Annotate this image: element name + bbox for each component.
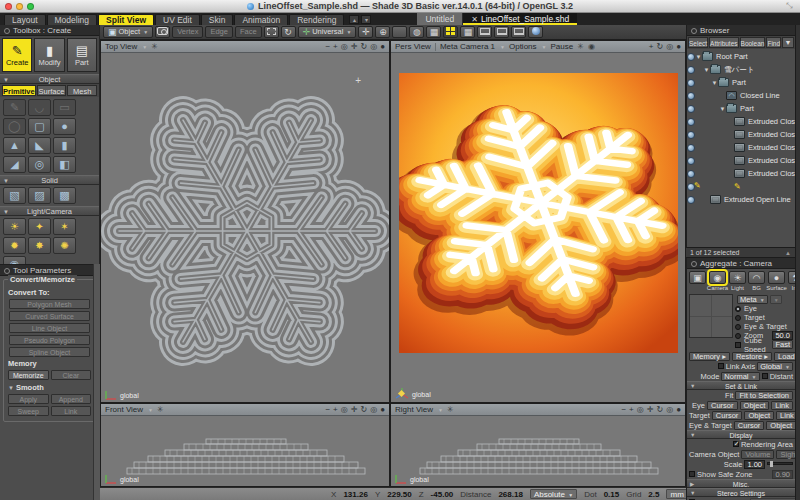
- target-radio-row[interactable]: Target: [735, 313, 793, 322]
- orbit-icon[interactable]: ↻: [656, 41, 663, 53]
- orbit-icon[interactable]: ↻: [360, 404, 367, 416]
- orbit-icon[interactable]: ↻: [656, 404, 663, 416]
- tree-row[interactable]: Extruded Closed: [695, 154, 795, 167]
- memory-button[interactable]: Memory ▸: [689, 352, 730, 361]
- visibility-toggle[interactable]: [687, 118, 695, 126]
- cube-speed-row[interactable]: Cube SpeedFast: [735, 340, 793, 349]
- light-camera-section-header[interactable]: ▼Light/Camera: [0, 206, 99, 216]
- magnifier-icon[interactable]: ◎: [370, 41, 377, 53]
- zoom-out-icon[interactable]: −: [325, 404, 330, 416]
- tab-untitled[interactable]: Untitled: [417, 13, 463, 25]
- browser-tab-attributes[interactable]: Attributes: [709, 37, 738, 48]
- preview-render-icon[interactable]: [528, 26, 543, 38]
- tab-info[interactable]: ⚒Info: [788, 271, 795, 291]
- convert-to-polygon-mesh-button[interactable]: Polygon Mesh: [9, 299, 89, 309]
- close-tab-icon[interactable]: ✕: [471, 15, 478, 24]
- tree-row[interactable]: ▼雪パート: [695, 63, 795, 76]
- part-mode-button[interactable]: ▤Part: [67, 38, 97, 72]
- object-tab-mesh[interactable]: Mesh: [67, 85, 97, 96]
- expand-arrow-icon[interactable]: ▼: [703, 67, 710, 73]
- smooth-sweep-button[interactable]: Sweep: [8, 406, 49, 416]
- rounded-box-icon[interactable]: ▢: [28, 118, 51, 135]
- workspace-tab-split-view[interactable]: Split View: [98, 14, 154, 25]
- workspace-tab-skin[interactable]: Skin: [201, 14, 234, 25]
- rendering-area-checkbox[interactable]: [733, 441, 739, 447]
- tree-row[interactable]: ✎: [695, 180, 795, 193]
- magnifier-icon[interactable]: ◎: [666, 41, 673, 53]
- dual-view-icon[interactable]: [494, 26, 509, 38]
- solid-section-header[interactable]: ▼Solid: [0, 175, 99, 185]
- target-object-button[interactable]: Object: [744, 411, 774, 420]
- right-viewport[interactable]: Right View▼ ✳ −+◎✛↻◎● global: [390, 403, 686, 487]
- pause-button[interactable]: Pause: [551, 42, 574, 51]
- radio-icon[interactable]: [735, 306, 741, 312]
- target-icon[interactable]: ⊕: [375, 26, 390, 38]
- toolbox-header[interactable]: Toolbox : Create: [0, 25, 99, 36]
- zoom-in-icon[interactable]: +: [333, 404, 338, 416]
- eye-object-button[interactable]: Object: [740, 401, 770, 410]
- smooth-link-button[interactable]: Link: [51, 406, 92, 416]
- zoom-out-icon[interactable]: −: [621, 404, 626, 416]
- pan-icon[interactable]: ✛: [351, 404, 358, 416]
- smooth-apply-button[interactable]: Apply: [8, 394, 49, 404]
- right-scroll-strip[interactable]: [795, 25, 800, 500]
- box-primitive-icon[interactable]: ◧: [53, 156, 76, 173]
- draw-rect-icon[interactable]: ▭: [53, 99, 76, 116]
- eye-radio-row[interactable]: Eye: [735, 304, 793, 313]
- front-viewport[interactable]: Front View▼ ✳ −+◎✛↻◎● global: [100, 403, 390, 487]
- blank-tool-icon[interactable]: [392, 26, 407, 38]
- smooth-section-header[interactable]: ▼Smooth: [8, 383, 93, 392]
- expand-arrow-icon[interactable]: ▼: [711, 80, 718, 86]
- gear-icon[interactable]: ✳: [151, 42, 158, 51]
- stereo-section-header[interactable]: ▼Stereo Settings: [687, 488, 795, 497]
- face-mode-button[interactable]: Face: [235, 26, 262, 38]
- marquee-select-icon[interactable]: [264, 26, 279, 38]
- safe-zone-value-field[interactable]: 0.90: [772, 470, 793, 479]
- visibility-toggle[interactable]: [687, 105, 695, 113]
- camera-selector[interactable]: Meta Camera 1: [440, 42, 495, 51]
- view-camera-icon[interactable]: ●: [676, 41, 681, 53]
- zoom-value-field[interactable]: 50.0: [772, 331, 793, 340]
- gear-icon[interactable]: ✳: [157, 405, 164, 414]
- point-light-icon[interactable]: ☀: [3, 218, 26, 235]
- tab-bg[interactable]: ◠BG: [748, 271, 765, 291]
- gear-icon[interactable]: ✳: [447, 405, 454, 414]
- tool-parameters-scrollbar[interactable]: [93, 264, 100, 500]
- scale-value-field[interactable]: 1.00: [744, 460, 765, 469]
- radio-icon[interactable]: [735, 333, 741, 339]
- ramp-primitive-icon[interactable]: ◢: [3, 156, 26, 173]
- workspace-tab-rendering[interactable]: Rendering: [289, 14, 344, 25]
- zoom-tool-icon[interactable]: ◎: [341, 41, 348, 53]
- minimize-window-button[interactable]: [16, 3, 23, 10]
- object-tab-surface[interactable]: Surface: [37, 85, 67, 96]
- visibility-toggle[interactable]: [687, 53, 695, 61]
- vertex-mode-button[interactable]: Vertex: [172, 26, 203, 38]
- view-camera-icon[interactable]: ●: [676, 404, 681, 416]
- expand-arrow-icon[interactable]: ▼: [719, 106, 726, 112]
- tree-row[interactable]: Extruded Open Line: [695, 193, 795, 206]
- zoom-in-icon[interactable]: +: [333, 41, 338, 53]
- workspace-tab-uv-edit[interactable]: UV Edit: [155, 14, 200, 25]
- camera-type-dropdown[interactable]: Meta ▼: [737, 295, 768, 304]
- tab-lineoffset-sample[interactable]: ✕LineOffset_Sample.shd: [463, 13, 577, 25]
- options-dropdown[interactable]: Options: [509, 42, 537, 51]
- eye-cursor-button[interactable]: Cursor: [707, 401, 738, 410]
- convert-to-curved-surface-button[interactable]: Curved Surface: [9, 311, 89, 321]
- grid-table-icon[interactable]: ▦: [460, 26, 475, 38]
- wedge-primitive-icon[interactable]: ◣: [28, 137, 51, 154]
- eye-target-cursor-button[interactable]: Cursor: [734, 421, 765, 430]
- cone-primitive-icon[interactable]: ▲: [3, 137, 26, 154]
- tree-row[interactable]: ▼Part: [695, 102, 795, 115]
- right-viewport-canvas[interactable]: global: [391, 416, 685, 486]
- aggregate-header[interactable]: Aggregate : Camera: [687, 258, 795, 269]
- tree-row[interactable]: ▼Part: [695, 76, 795, 89]
- restore-button[interactable]: Restore ▸: [732, 352, 772, 361]
- workspace-tab-layout[interactable]: Layout: [4, 14, 46, 25]
- top-viewport[interactable]: Top View▼ ✳ −+◎✛↻◎● + global: [100, 40, 390, 403]
- gear-icon[interactable]: ✳: [577, 42, 584, 51]
- eye-link-button[interactable]: Link: [771, 401, 793, 410]
- misc-section-header[interactable]: ▶Misc.: [687, 479, 795, 488]
- move-tool-icon[interactable]: ✛: [358, 26, 373, 38]
- expand-arrow-icon[interactable]: ▼: [695, 54, 702, 60]
- target-link-button[interactable]: Link: [776, 411, 795, 420]
